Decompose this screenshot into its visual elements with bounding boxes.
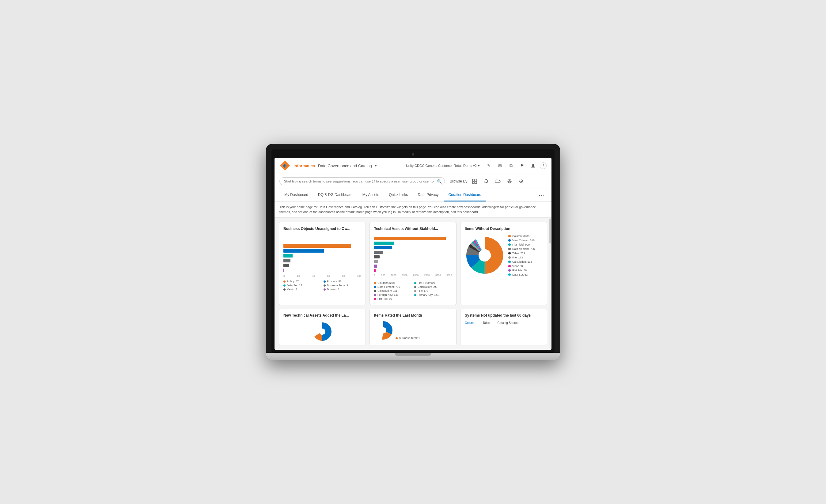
tab-my-assets[interactable]: My Assets <box>358 189 384 201</box>
svg-rect-8 <box>475 182 477 183</box>
legend-ff: Flat Field: 909 <box>414 281 452 285</box>
bar-metric <box>283 264 361 267</box>
tab-my-dashboard[interactable]: My Dashboard <box>280 189 313 201</box>
legend-flatfile-tech: Flat File: 56 <box>374 297 412 300</box>
tenant-selector[interactable]: Unity CDGC Generic Customer Retail Demo … <box>404 163 482 169</box>
tenant-name: Unity CDGC Generic Customer Retail Demo … <box>406 164 477 168</box>
business-objects-widget: Business Objects Unassigned to Ow... <box>279 222 366 305</box>
svg-point-31 <box>319 328 326 335</box>
description-banner: This is your home page for Data Governan… <box>275 202 551 218</box>
pie-legend-table: Table: 239 <box>508 252 535 255</box>
browse-by-row: Browse By <box>450 177 525 186</box>
flag-icon-btn[interactable]: ⚑ <box>518 162 526 170</box>
pie-chart-svg <box>465 236 505 275</box>
user-icon-btn[interactable] <box>529 162 537 170</box>
legend-dataset: Data Set: 12 <box>283 284 321 287</box>
bar-policy <box>283 244 361 248</box>
brand-name: Informatica <box>294 164 315 168</box>
legend-domain: Domain: 1 <box>323 288 361 291</box>
widget-title-rated: Items Rated the Last Month <box>374 313 452 318</box>
tabs-more-button[interactable]: ⋯ <box>536 189 546 201</box>
legend-fk: Foreign Key: 146 <box>374 293 412 296</box>
pie-legend-flatfile: Flat File: 56 <box>508 269 535 272</box>
pie-legend-flatfield: Flat Field: 909 <box>508 243 535 246</box>
search-bar-row: 🔍 Browse By <box>275 174 551 189</box>
col-header-column[interactable]: Column <box>465 321 475 325</box>
business-legend: Policy: 87 Process: 52 Data Set: 12 <box>283 280 361 291</box>
pie-chart-area: Column: 3238 View Column: 816 Flat Field… <box>465 235 543 276</box>
technical-legend: Column: 3238 Flat Field: 909 Data elemen… <box>374 281 452 300</box>
legend-process: Process: 52 <box>323 280 361 283</box>
description-text: This is your home page for Data Governan… <box>280 205 536 214</box>
tab-curation-dashboard[interactable]: Curation Dashboard <box>444 189 486 201</box>
nav-tabs-row: My Dashboard DQ & DG Dashboard My Assets… <box>275 189 551 202</box>
legend-file-tech: File: 173 <box>414 289 452 293</box>
items-rated-partial: Business Term: 1 <box>374 321 452 339</box>
bar-axis-business: 020406080100 <box>283 275 361 277</box>
pie-legend-viewcolumn: View Column: 816 <box>508 239 535 242</box>
laptop-screen: Informatica Data Governance and Catalog … <box>275 158 551 350</box>
bar-process <box>283 249 361 253</box>
technical-assets-widget: Technical Assets Without Stakhold... <box>369 222 457 305</box>
widget-title-technical: Technical Assets Without Stakhold... <box>374 227 452 231</box>
new-tech-pie <box>313 322 332 341</box>
widget-title-new-tech: New Technical Assets Added the La... <box>283 313 361 318</box>
bar-dataset <box>283 254 361 257</box>
business-bar-chart: 020406080100 <box>283 235 361 277</box>
pie-legend-column: Column: 3238 <box>508 235 535 238</box>
hb2-column <box>374 237 452 240</box>
pie-legend-file: File: 173 <box>508 256 535 259</box>
legend-col: Column: 3238 <box>374 281 412 285</box>
header-left: Informatica Data Governance and Catalog … <box>280 160 376 171</box>
search-input-wrap: 🔍 <box>280 177 445 185</box>
legend-metric: Metric: 7 <box>283 288 321 291</box>
col-header-catalog: Catalog Source <box>497 321 518 325</box>
pie-legend-dataelement: Data element: 796 <box>508 247 535 250</box>
systems-not-updated-widget: Systems Not updated the last 60 days Col… <box>460 309 547 345</box>
dashboard-content: Business Objects Unassigned to Ow... <box>275 218 551 350</box>
help-icon-btn[interactable]: ? <box>540 162 546 169</box>
tab-dq-dg-dashboard[interactable]: DQ & DG Dashboard <box>313 189 358 201</box>
app-header: Informatica Data Governance and Catalog … <box>275 158 551 174</box>
app-title: Data Governance and Catalog <box>318 164 372 168</box>
scrollbar-thumb[interactable] <box>549 219 551 243</box>
edit-icon-btn[interactable]: ✎ <box>485 162 493 170</box>
bar-axis-technical: 0500100015002000250030003500 <box>374 274 452 276</box>
scan-browse-icon[interactable] <box>517 177 525 186</box>
systems-table-header: Column Table Catalog Source <box>465 321 543 325</box>
technical-bar-chart: 0500100015002000250030003500 <box>374 235 452 279</box>
camera <box>412 153 414 155</box>
search-input[interactable] <box>280 177 445 185</box>
mail-icon-btn[interactable]: ✉ <box>496 162 504 170</box>
col-header-table: Table <box>482 321 490 325</box>
items-rated-widget: Items Rated the Last Month Business Term… <box>369 309 457 345</box>
assets-browse-icon[interactable] <box>470 177 479 186</box>
svg-point-28 <box>479 249 491 261</box>
tenant-chevron: ▾ <box>478 164 480 168</box>
copy-icon-btn[interactable]: ⧉ <box>507 162 515 170</box>
bell-browse-icon[interactable] <box>482 177 490 186</box>
hb2-calc2 <box>374 255 452 258</box>
search-icon[interactable]: 🔍 <box>437 179 442 183</box>
header-right: Unity CDGC Generic Customer Retail Demo … <box>404 162 546 170</box>
svg-point-4 <box>532 164 534 166</box>
legend-calc-tech: Calculation: 393 <box>414 286 452 289</box>
pie-legend-dataset: Data Set: 62 <box>508 273 535 276</box>
scrollbar[interactable] <box>549 218 551 350</box>
screen-bezel: Informatica Data Governance and Catalog … <box>272 149 554 353</box>
svg-rect-7 <box>472 182 474 183</box>
tab-data-privacy[interactable]: Data Privacy <box>413 189 443 201</box>
title-chevron[interactable]: ▾ <box>375 164 376 168</box>
hb2-file <box>374 260 452 263</box>
legend-pk: Primary Key: 141 <box>414 293 452 296</box>
bar-businessterm <box>283 259 361 262</box>
bar-domain <box>283 268 361 272</box>
items-without-description-widget: Items Without Description <box>460 222 547 305</box>
rated-legend-business-term: Business Term: 1 <box>396 336 420 339</box>
hb2-foreignkey <box>374 264 452 268</box>
connections-browse-icon[interactable] <box>505 177 514 186</box>
tab-quick-links[interactable]: Quick Links <box>384 189 413 201</box>
pie-legend: Column: 3238 View Column: 816 Flat Field… <box>508 235 535 276</box>
pie-legend-view: View: 58 <box>508 264 535 268</box>
cloud-browse-icon[interactable] <box>493 177 502 186</box>
